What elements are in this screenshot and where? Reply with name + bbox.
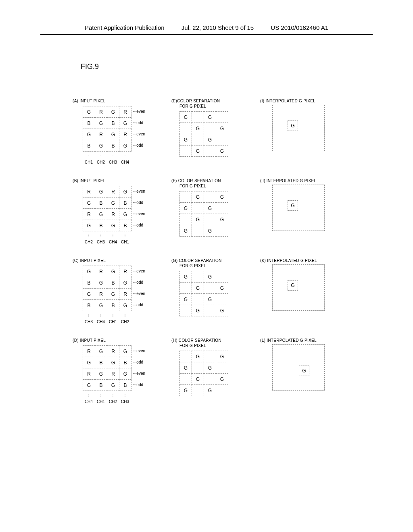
channel-label: CH1 (107, 320, 119, 324)
pixel-cell: G (95, 209, 107, 220)
row-annotation: ···odd (133, 143, 143, 148)
pixel-cell (216, 134, 228, 145)
pixel-cell: B (83, 300, 95, 311)
panel-f-label: (F) COLOR SEPARATION (171, 179, 260, 183)
panel-h-grid: GGGGGGGG (179, 351, 228, 396)
pixel-cell: G (204, 203, 216, 214)
row-annotation: ···odd (133, 382, 143, 387)
pixel-cell: R (107, 186, 119, 197)
pixel-cell: G (216, 374, 228, 385)
pixel-cell: R (83, 186, 95, 197)
panel-e-sublabel: FOR G PIXEL (179, 104, 260, 108)
pixel-cell: G (192, 145, 204, 157)
pixel-cell: G (119, 368, 131, 380)
pixel-cell: R (107, 368, 119, 380)
pixel-cell: G (192, 214, 204, 225)
pixel-cell: G (107, 106, 119, 118)
pixel-cell: B (107, 277, 119, 289)
panel-a-channels: CH1CH2CH3CH4 (83, 160, 171, 164)
pixel-cell: B (83, 118, 95, 129)
panel-e-grid: GGGGGGGG (179, 111, 228, 157)
pixel-cell: G (204, 294, 216, 305)
channel-label: CH1 (119, 240, 131, 244)
pixel-cell: G (119, 277, 131, 289)
panel-i-label: (I) INTERPOLATED G PIXEL (260, 99, 353, 103)
pixel-cell (180, 351, 192, 362)
row-annotation: ···odd (133, 121, 143, 125)
row-annotation: ···even (133, 349, 145, 353)
panel-g-label: (G) COLOR SEPARATION (171, 258, 260, 263)
panel-d: (D) INPUT PIXEL RGRGGBGBRGRGGBGB ···even… (73, 338, 171, 404)
pixel-cell: R (83, 346, 95, 357)
panel-i-box: G (272, 105, 325, 151)
channel-label: CH1 (95, 399, 107, 404)
pixel-cell: B (107, 118, 119, 129)
pixel-cell (216, 225, 228, 237)
pixel-cell (180, 123, 192, 134)
panel-f-sublabel: FOR G PIXEL (179, 184, 260, 188)
panel-d-grid: RGRGGBGBRGRGGBGB (83, 345, 131, 391)
channel-tick: ⋮ (83, 234, 95, 237)
pixel-cell (204, 305, 216, 316)
pixel-cell (192, 134, 204, 145)
channel-tick: ⋮ (95, 234, 107, 237)
pixel-cell: B (95, 197, 107, 209)
pixel-cell: B (95, 357, 107, 368)
row-annotation: ···odd (133, 223, 143, 227)
panel-c-channels: CH3CH4CH1CH2 (83, 320, 171, 324)
pixel-cell: G (119, 140, 131, 152)
header-center: Jul. 22, 2010 Sheet 9 of 15 (181, 24, 254, 31)
pixel-cell (192, 225, 204, 237)
pixel-cell: G (180, 112, 192, 123)
pixel-cell: G (95, 277, 107, 289)
row-annotation: ···odd (133, 303, 143, 307)
pixel-cell: G (180, 294, 192, 305)
pixel-cell (192, 362, 204, 374)
pixel-cell: G (180, 134, 192, 145)
panel-a-label: (A) INPUT PIXEL (73, 99, 171, 103)
panel-b: (B) INPUT PIXEL RGRGGBGBRGRGGBGB ···even… (73, 179, 171, 244)
pixel-cell (192, 271, 204, 283)
row-1: (A) INPUT PIXEL GRGRBGBGGRGRBGBG ···even… (73, 99, 375, 164)
pixel-cell: B (107, 140, 119, 152)
pixel-cell: G (216, 145, 228, 157)
header-left: Patent Application Publication (85, 24, 165, 31)
pixel-cell: G (83, 380, 95, 391)
pixel-cell (180, 305, 192, 316)
channel-tick: ⋮ (107, 314, 119, 317)
pixel-cell (204, 191, 216, 203)
pixel-cell: G (107, 289, 119, 300)
figure-content: (A) INPUT PIXEL GRGRBGBGGRGRBGBG ···even… (73, 99, 375, 418)
channel-label: CH3 (95, 240, 107, 244)
pixel-cell (180, 214, 192, 225)
pixel-cell (192, 385, 204, 396)
pixel-cell (192, 112, 204, 123)
pixel-cell: G (216, 351, 228, 362)
pixel-cell: G (204, 112, 216, 123)
row-annotation: ···even (133, 132, 145, 136)
pixel-cell (216, 294, 228, 305)
pixel-cell: R (83, 209, 95, 220)
panel-h: (H) COLOR SEPARATION FOR G PIXEL GGGGGGG… (171, 338, 260, 398)
pixel-cell: R (119, 266, 131, 277)
pixel-cell: G (107, 129, 119, 140)
pixel-cell: G (180, 385, 192, 396)
pixel-cell: G (192, 374, 204, 385)
channel-tick: ⋮ (119, 314, 131, 317)
pixel-cell: G (95, 368, 107, 380)
channel-tick: ⋮ (119, 393, 131, 397)
panel-i-pixel: G (288, 121, 298, 131)
pixel-cell: G (83, 220, 95, 231)
row-annotation: ···even (133, 212, 145, 216)
pixel-cell: G (107, 357, 119, 368)
channel-label: CH4 (95, 320, 107, 324)
pixel-cell: R (95, 106, 107, 118)
pixel-cell: R (107, 346, 119, 357)
pixel-cell: B (83, 277, 95, 289)
row-annotation: ···even (133, 269, 145, 273)
pixel-cell: R (95, 266, 107, 277)
pixel-cell (216, 271, 228, 283)
row-annotation: ···even (133, 189, 145, 193)
channel-tick: ⋮ (119, 154, 131, 158)
panel-g-grid: GGGGGGGG (179, 271, 228, 316)
